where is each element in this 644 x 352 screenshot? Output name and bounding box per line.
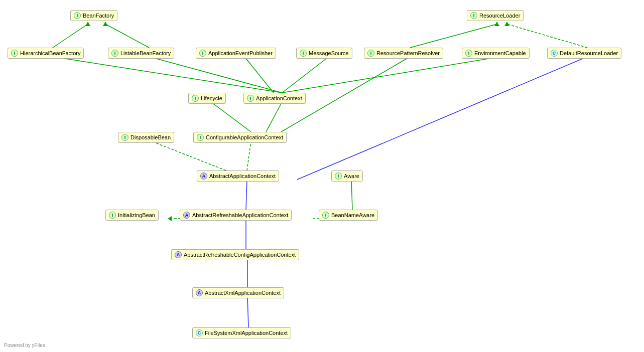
node-label: ListableBeanFactory: [120, 50, 171, 56]
node-label: EnvironmentCapable: [474, 50, 526, 56]
node-label: FileSystemXmlApplicationContext: [205, 330, 288, 336]
interface-icon: I: [121, 134, 128, 141]
svg-line-42: [247, 296, 248, 327]
interface-icon: I: [300, 50, 307, 57]
svg-line-32: [246, 180, 247, 210]
svg-line-20: [266, 102, 282, 132]
node-label: DefaultResourceLoader: [560, 50, 618, 56]
interface-icon: I: [74, 12, 81, 19]
diagram-container: I BeanFactory I ResourceLoader I Hierarc…: [0, 0, 644, 352]
node-label: AbstractXmlApplicationContext: [205, 290, 281, 296]
svg-marker-7: [504, 22, 509, 26]
svg-line-24: [247, 141, 251, 170]
svg-line-16: [282, 57, 500, 93]
class-icon: C: [196, 329, 203, 336]
svg-line-12: [244, 57, 274, 93]
svg-line-6: [507, 24, 587, 48]
svg-line-0: [53, 24, 88, 48]
node-label: DisposableBean: [131, 134, 171, 140]
interface-icon: I: [109, 212, 116, 219]
svg-marker-3: [103, 22, 108, 26]
node-EnvironmentCapable[interactable]: I EnvironmentCapable: [462, 48, 530, 59]
node-label: BeanFactory: [83, 13, 114, 19]
node-DisposableBean[interactable]: I DisposableBean: [118, 132, 174, 143]
abstract-icon: A: [175, 251, 182, 258]
interface-icon: I: [199, 50, 206, 57]
node-HierarchicalBeanFactory[interactable]: I HierarchicalBeanFactory: [8, 48, 84, 59]
node-AbstractRefreshableConfigApplicationContext[interactable]: A AbstractRefreshableConfigApplicationCo…: [171, 249, 299, 260]
svg-line-28: [297, 57, 587, 180]
interface-icon: I: [197, 134, 204, 141]
svg-line-2: [105, 24, 149, 48]
interface-icon: I: [11, 50, 18, 57]
svg-line-8: [53, 57, 282, 93]
node-BeanFactory[interactable]: I BeanFactory: [70, 10, 117, 21]
abstract-icon: A: [200, 172, 207, 180]
interface-icon: I: [247, 95, 254, 102]
node-ConfigurableApplicationContext[interactable]: I ConfigurableApplicationContext: [193, 132, 287, 143]
node-MessageSource[interactable]: I MessageSource: [296, 48, 352, 59]
node-AbstractApplicationContext[interactable]: A AbstractApplicationContext: [197, 170, 279, 182]
node-ApplicationContext[interactable]: I ApplicationContext: [243, 93, 306, 104]
svg-marker-35: [168, 216, 172, 221]
interface-icon: I: [470, 12, 477, 19]
node-label: MessageSource: [309, 50, 349, 56]
interface-icon: I: [465, 50, 472, 57]
node-AbstractRefreshableApplicationContext[interactable]: A AbstractRefreshableApplicationContext: [180, 210, 292, 221]
class-icon: C: [551, 50, 558, 57]
svg-line-14: [282, 57, 329, 93]
node-label: AbstractRefreshableApplicationContext: [192, 212, 288, 218]
node-label: ApplicationEventPublisher: [208, 50, 273, 56]
node-label: ResourceLoader: [479, 13, 520, 19]
node-InitializingBean[interactable]: I InitializingBean: [105, 210, 159, 221]
interface-icon: I: [322, 212, 329, 219]
node-Lifecycle[interactable]: I Lifecycle: [188, 93, 226, 104]
node-DefaultResourceLoader[interactable]: C DefaultResourceLoader: [547, 48, 621, 59]
node-label: AbstractApplicationContext: [209, 173, 276, 179]
interface-icon: I: [367, 50, 374, 57]
svg-line-30: [351, 180, 352, 210]
abstract-icon: A: [183, 212, 190, 219]
node-AbstractXmlApplicationContext[interactable]: A AbstractXmlApplicationContext: [192, 287, 284, 298]
powered-by-label: Powered by yFiles: [4, 342, 45, 348]
node-ApplicationEventPublisher[interactable]: I ApplicationEventPublisher: [196, 48, 276, 59]
node-label: ApplicationContext: [256, 95, 302, 101]
node-label: ResourcePatternResolver: [376, 50, 440, 56]
node-ListableBeanFactory[interactable]: I ListableBeanFactory: [108, 48, 174, 59]
svg-line-26: [151, 141, 226, 170]
node-label: Lifecycle: [201, 95, 222, 101]
interface-icon: I: [192, 95, 199, 102]
svg-marker-5: [494, 22, 499, 26]
node-ResourceLoader[interactable]: I ResourceLoader: [467, 10, 524, 21]
node-label: InitializingBean: [118, 212, 155, 218]
interface-icon: I: [111, 50, 118, 57]
svg-line-10: [149, 57, 282, 93]
node-label: AbstractRefreshableConfigApplicationCont…: [184, 252, 296, 258]
svg-line-18: [211, 102, 251, 132]
node-label: BeanNameAware: [331, 212, 374, 218]
node-label: Aware: [344, 173, 359, 179]
interface-icon: I: [335, 172, 342, 180]
node-Aware[interactable]: I Aware: [331, 170, 363, 182]
node-label: ConfigurableApplicationContext: [206, 134, 283, 140]
abstract-icon: A: [196, 289, 203, 296]
svg-line-4: [410, 24, 497, 48]
node-label: HierarchicalBeanFactory: [20, 50, 80, 56]
node-BeanNameAware[interactable]: I BeanNameAware: [319, 210, 378, 221]
svg-marker-1: [85, 22, 90, 26]
node-FileSystemXmlApplicationContext[interactable]: C FileSystemXmlApplicationContext: [192, 327, 291, 338]
node-ResourcePatternResolver[interactable]: I ResourcePatternResolver: [364, 48, 443, 59]
